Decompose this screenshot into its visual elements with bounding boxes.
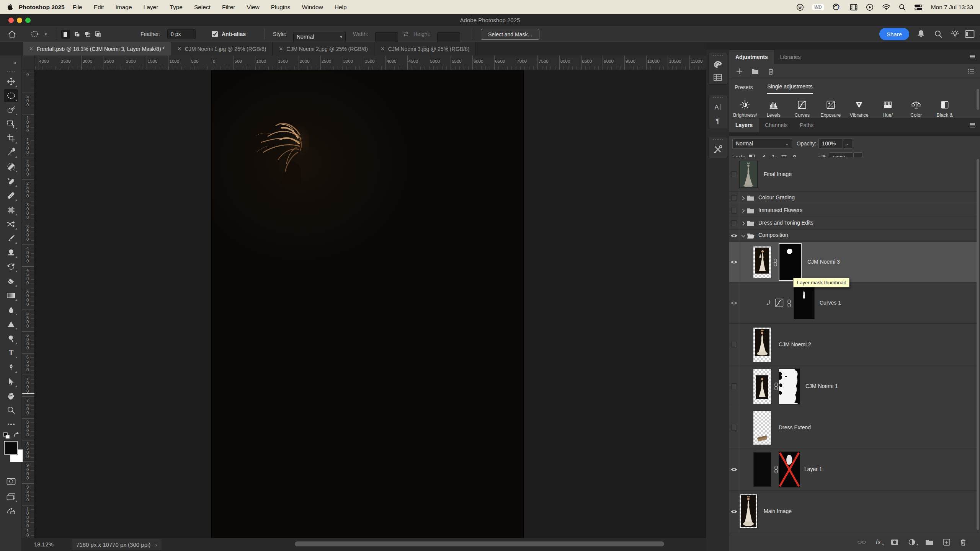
hand-tool[interactable]: [4, 390, 18, 403]
w-circle-status-icon[interactable]: w: [796, 3, 804, 11]
screen-mode-icon[interactable]: [4, 490, 18, 503]
swap-dimensions-icon[interactable]: [402, 26, 410, 42]
menu-app-name[interactable]: Photoshop 2025: [19, 4, 65, 11]
brush-tool[interactable]: [4, 232, 18, 245]
spot-healing-brush-tool[interactable]: [4, 160, 18, 173]
layer-thumbnail[interactable]: [753, 328, 771, 362]
menu-view[interactable]: View: [241, 4, 265, 11]
swatches-panel-icon[interactable]: [713, 73, 722, 81]
new-group-icon[interactable]: [925, 539, 933, 545]
play-circle-status-icon[interactable]: [866, 3, 874, 11]
anti-alias-checkbox[interactable]: [211, 26, 218, 42]
discover-lightbulb-icon[interactable]: [951, 26, 960, 42]
layer-row-immersed-flowers[interactable]: Immersed Flowers: [729, 204, 977, 217]
adjustments-list-view-icon[interactable]: [968, 68, 975, 74]
intersect-selection-mode-button[interactable]: [95, 31, 101, 37]
menu-type[interactable]: Type: [164, 4, 188, 11]
subtab-presets[interactable]: Presets: [735, 84, 753, 94]
group-disclosure-icon[interactable]: [742, 209, 745, 213]
status-chevron-icon[interactable]: ›: [155, 541, 157, 548]
apple-logo-icon[interactable]: [8, 4, 13, 11]
dock-grip[interactable]: [713, 55, 723, 56]
close-tab-icon[interactable]: ✕: [177, 46, 181, 52]
control-center-icon[interactable]: [914, 4, 923, 10]
layer-thumbnail[interactable]: [753, 411, 771, 445]
share-button[interactable]: Share: [879, 28, 909, 40]
search-icon[interactable]: [934, 26, 943, 42]
document-tab-noemi1[interactable]: ✕CJM Noemi 1.jpg @ 25% (RGB/8): [171, 42, 273, 55]
delete-layer-trash-icon[interactable]: [960, 539, 966, 546]
tool-presets-panel-icon[interactable]: [713, 145, 723, 155]
group-disclosure-icon[interactable]: [742, 221, 745, 226]
layer-mask-link-icon[interactable]: [787, 299, 792, 308]
group-disclosure-icon[interactable]: [742, 196, 745, 201]
adjustment-levels[interactable]: Levels: [760, 98, 788, 118]
layer-row-cjm-noemi-1[interactable]: CJM Noemi 1: [729, 365, 977, 407]
link-layers-icon[interactable]: [858, 540, 866, 544]
layer-thumbnail[interactable]: [753, 369, 771, 404]
healing-brush-tool[interactable]: [4, 189, 18, 202]
home-icon[interactable]: [8, 26, 16, 42]
layers-scrollbar[interactable]: [977, 159, 979, 530]
menu-edit[interactable]: Edit: [88, 4, 110, 11]
group-disclosure-open-icon[interactable]: [741, 235, 746, 238]
visibility-toggle-off[interactable]: [731, 171, 737, 177]
layer-styles-fx-icon[interactable]: fx: [876, 538, 881, 546]
tab-paths[interactable]: Paths: [794, 118, 820, 132]
character-panel-icon[interactable]: A: [713, 103, 723, 112]
adjustment-hue-saturation[interactable]: Hue/: [874, 98, 902, 118]
layer-thumbnail[interactable]: [740, 161, 757, 187]
dock-grip[interactable]: [713, 97, 723, 98]
eyedropper-tool[interactable]: [4, 146, 18, 159]
wd-badge[interactable]: WD: [812, 4, 824, 10]
selection-brush-tool[interactable]: [4, 103, 18, 116]
visibility-eye-icon[interactable]: [730, 301, 738, 305]
default-colors-icon[interactable]: [3, 432, 11, 439]
visibility-toggle-off[interactable]: [731, 195, 737, 201]
remix-tool[interactable]: [4, 218, 18, 231]
layer-mask-thumbnail[interactable]: [779, 369, 800, 404]
layer-thumbnail[interactable]: [740, 494, 757, 528]
visibility-toggle-off[interactable]: [731, 342, 737, 347]
canvas-document[interactable]: [212, 71, 523, 538]
adjustment-black-white[interactable]: Black &: [931, 98, 959, 118]
canvas-horizontal-scrollbar[interactable]: [295, 541, 664, 546]
visibility-eye-icon[interactable]: [730, 467, 738, 472]
layer-row-main-image[interactable]: Main Image: [729, 491, 977, 533]
layer-mask-thumbnail-disabled[interactable]: [779, 452, 800, 487]
blend-mode-select[interactable]: Normal⌄: [732, 138, 792, 149]
eraser-tool[interactable]: [4, 275, 18, 288]
opacity-chevron[interactable]: ⌄: [843, 138, 852, 149]
visibility-toggle-off[interactable]: [731, 425, 737, 430]
visibility-eye-icon[interactable]: [730, 509, 738, 514]
edit-toolbar-icon[interactable]: [4, 418, 18, 431]
document-tab-noemi2[interactable]: ✕CJM Noemi 2.jpg @ 25% (RGB/8): [273, 42, 374, 55]
clone-stamp-tool[interactable]: [4, 246, 18, 259]
layer-mask-link-icon[interactable]: [773, 258, 778, 267]
layer-row-cjm-noemi-3[interactable]: CJM Noemi 3: [729, 242, 977, 282]
visibility-eye-icon[interactable]: [730, 233, 738, 238]
adjustment-brightness[interactable]: Brightness/: [731, 98, 760, 118]
menu-help[interactable]: Help: [329, 4, 353, 11]
layer-row-colour-grading[interactable]: Colour Grading: [729, 192, 977, 204]
select-and-mask-button[interactable]: Select and Mask...: [481, 29, 539, 40]
dock-grip[interactable]: [713, 139, 723, 140]
add-adjustment-icon[interactable]: [736, 68, 742, 74]
tab-adjustments[interactable]: Adjustments: [729, 50, 774, 64]
object-selection-tool[interactable]: [4, 117, 18, 130]
menu-layer[interactable]: Layer: [138, 4, 164, 11]
color-panel-icon[interactable]: [713, 60, 722, 69]
layer-row-layer-1[interactable]: Layer 1: [729, 448, 977, 491]
layer-thumbnail[interactable]: [753, 246, 771, 278]
layer-row-cjm-noemi-2[interactable]: CJM Noemi 2: [729, 324, 977, 365]
menu-file[interactable]: File: [67, 4, 88, 11]
width-input[interactable]: [375, 32, 398, 42]
foreground-color-swatch[interactable]: [4, 441, 18, 455]
sharpen-tool[interactable]: [4, 318, 18, 331]
quick-mask-mode-icon[interactable]: [4, 475, 18, 488]
close-tab-icon[interactable]: ✕: [279, 46, 283, 52]
document-tab-noemi3[interactable]: ✕CJM Noemi 3.jpg @ 25% (RGB/8): [374, 42, 476, 55]
menu-image[interactable]: Image: [109, 4, 137, 11]
canvas-pasteboard[interactable]: [34, 70, 706, 538]
type-tool[interactable]: T: [4, 346, 18, 359]
